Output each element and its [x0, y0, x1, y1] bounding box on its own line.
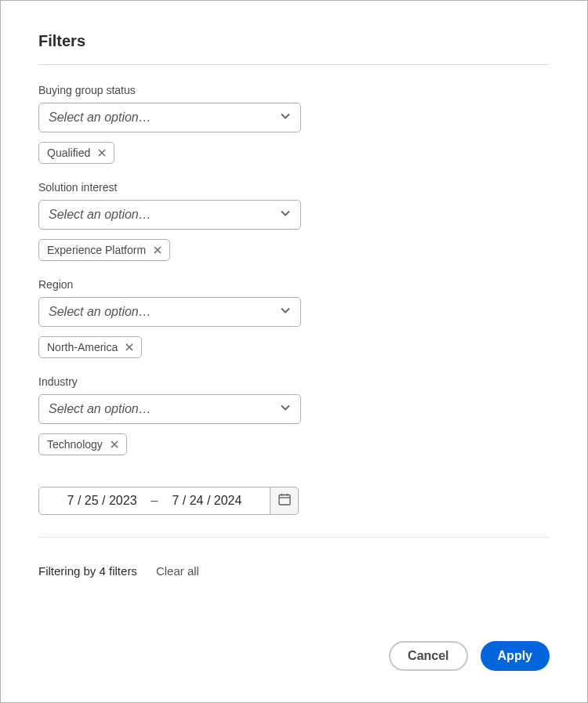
chevron-down-icon	[280, 208, 291, 222]
chip-label: Experience Platform	[47, 244, 146, 256]
chip-label: North-America	[47, 341, 118, 353]
region-label: Region	[38, 278, 550, 291]
calendar-button[interactable]	[270, 487, 299, 515]
divider-top	[38, 64, 550, 65]
chevron-down-icon	[280, 305, 291, 319]
buying-group-status-label: Buying group status	[38, 84, 550, 96]
page-title: Filters	[38, 32, 550, 50]
chevron-down-icon	[280, 402, 291, 416]
filter-summary: Filtering by 4 filters Clear all	[38, 564, 550, 578]
solution-interest-label: Solution interest	[38, 181, 550, 194]
date-range-input[interactable]: 7 / 25 / 2023 – 7 / 24 / 2024	[38, 487, 270, 515]
chip-north-america: North-America	[38, 336, 142, 358]
clear-all-link[interactable]: Clear all	[156, 564, 199, 578]
close-icon[interactable]	[154, 246, 162, 254]
select-placeholder: Select an option…	[49, 111, 151, 125]
industry-select[interactable]: Select an option…	[38, 394, 301, 424]
chip-technology: Technology	[38, 433, 127, 455]
field-solution-interest: Solution interest Select an option… Expe…	[38, 181, 550, 261]
footer-actions: Cancel Apply	[38, 641, 550, 671]
buying-group-status-select[interactable]: Select an option…	[38, 103, 301, 132]
chevron-down-icon	[280, 111, 291, 125]
close-icon[interactable]	[98, 149, 106, 157]
field-industry: Industry Select an option… Technology	[38, 375, 550, 455]
date-separator: –	[151, 494, 158, 508]
chip-qualified: Qualified	[38, 142, 114, 164]
svg-rect-0	[279, 495, 290, 506]
date-range-row: 7 / 25 / 2023 – 7 / 24 / 2024	[38, 487, 550, 515]
filters-panel: Filters Buying group status Select an op…	[0, 0, 588, 703]
date-start: 7 / 25 / 2023	[67, 494, 137, 508]
chip-label: Technology	[47, 438, 103, 451]
apply-button[interactable]: Apply	[481, 641, 550, 671]
chip-experience-platform: Experience Platform	[38, 239, 170, 261]
select-placeholder: Select an option…	[49, 305, 151, 319]
filter-count-text: Filtering by 4 filters	[38, 564, 137, 578]
field-buying-group-status: Buying group status Select an option… Qu…	[38, 84, 550, 164]
cancel-button[interactable]: Cancel	[389, 641, 467, 671]
close-icon[interactable]	[111, 440, 118, 448]
date-end: 7 / 24 / 2024	[172, 494, 241, 508]
calendar-icon	[278, 492, 292, 509]
field-region: Region Select an option… North-America	[38, 278, 550, 358]
select-placeholder: Select an option…	[49, 208, 151, 222]
select-placeholder: Select an option…	[49, 402, 151, 416]
divider-bottom	[38, 537, 550, 538]
industry-label: Industry	[38, 375, 550, 388]
chip-label: Qualified	[47, 147, 90, 159]
solution-interest-select[interactable]: Select an option…	[38, 200, 301, 230]
region-select[interactable]: Select an option…	[38, 297, 301, 327]
close-icon[interactable]	[125, 343, 133, 351]
